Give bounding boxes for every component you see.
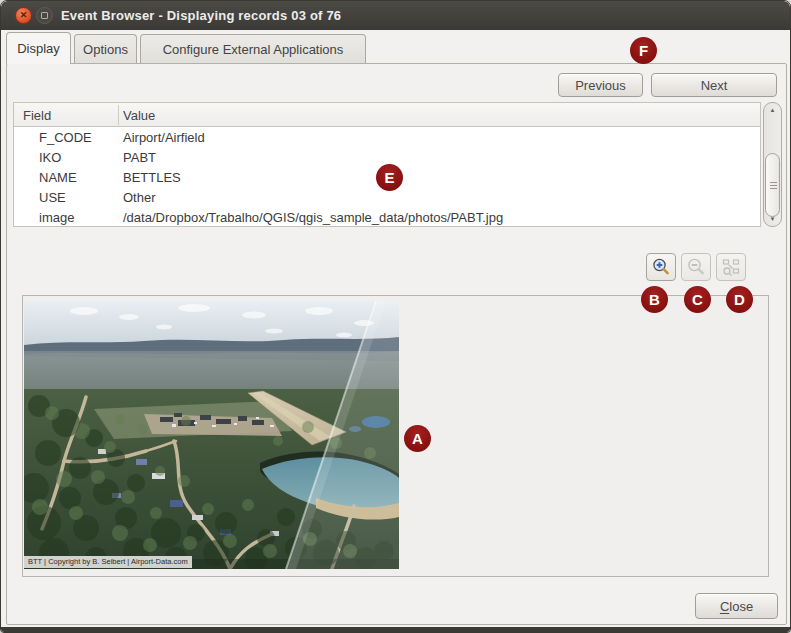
annotation-badge-b: B [641, 286, 668, 313]
zoom-out-icon [686, 257, 706, 277]
window-close-button[interactable]: ✕ [15, 7, 32, 24]
cell-field: image [39, 207, 74, 227]
window-title: Event Browser - Displaying records 03 of… [61, 1, 341, 30]
zoom-to-extent-icon [721, 257, 741, 277]
zoom-in-button[interactable] [646, 253, 676, 281]
column-header-field[interactable]: Field [23, 103, 51, 127]
annotation-badge-d: D [726, 286, 753, 313]
event-browser-window: ✕ Event Browser - Displaying records 03 … [0, 0, 791, 633]
close-label-rest: lose [729, 599, 753, 614]
close-icon: ✕ [20, 11, 28, 20]
maximize-icon [41, 12, 48, 19]
close-label-mnemonic: C [720, 599, 729, 614]
annotation-badge-a: A [404, 425, 431, 452]
zoom-out-button[interactable] [681, 253, 711, 281]
display-tab-page: Previous Next Field Value F_CODE Airport… [6, 63, 787, 625]
cell-value: Airport/Airfield [123, 127, 205, 147]
column-divider[interactable] [118, 105, 119, 125]
cell-field: F_CODE [39, 127, 92, 147]
annotation-badge-e: E [376, 164, 403, 191]
cell-field: IKO [39, 147, 61, 167]
table-header-row: Field Value [14, 103, 760, 127]
scroll-up-icon[interactable]: ▲ [764, 107, 781, 113]
cell-value: PABT [123, 147, 156, 167]
window-maximize-button[interactable] [36, 7, 53, 24]
tab-configure-external-applications[interactable]: Configure External Applications [140, 34, 366, 63]
scrollbar-grip-icon [770, 182, 777, 190]
cell-value: BETTLES [123, 167, 181, 187]
scrollbar-thumb[interactable] [765, 153, 780, 217]
table-row[interactable]: image /data/Dropbox/Trabalho/QGIS/qgis_s… [14, 207, 760, 227]
table-scrollbar[interactable]: ▲ ▼ [763, 102, 782, 227]
cell-field: NAME [39, 167, 77, 187]
aerial-photo-image [24, 301, 399, 569]
tab-display[interactable]: Display [6, 32, 71, 64]
photo-panel: BTT | Copyright by B. Seibert | Airport-… [22, 295, 769, 577]
window-bottom-edge [1, 627, 790, 632]
cell-field: USE [39, 187, 66, 207]
zoom-in-icon [651, 257, 671, 277]
table-row[interactable]: F_CODE Airport/Airfield [14, 127, 760, 147]
zoom-to-extent-button[interactable] [716, 253, 746, 281]
cell-value: Other [123, 187, 156, 207]
annotation-badge-f: F [630, 37, 657, 64]
aerial-photo[interactable]: BTT | Copyright by B. Seibert | Airport-… [24, 301, 399, 569]
column-header-value[interactable]: Value [123, 103, 155, 127]
scroll-down-icon[interactable]: ▼ [764, 216, 781, 222]
previous-button[interactable]: Previous [558, 73, 643, 97]
cell-value: /data/Dropbox/Trabalho/QGIS/qgis_sample_… [123, 207, 503, 227]
titlebar[interactable]: ✕ Event Browser - Displaying records 03 … [1, 1, 790, 30]
photo-caption: BTT | Copyright by B. Seibert | Airport-… [24, 556, 192, 568]
tab-options[interactable]: Options [74, 34, 137, 63]
next-button[interactable]: Next [651, 73, 777, 97]
annotation-badge-c: C [684, 286, 711, 313]
close-button[interactable]: Close [695, 593, 778, 619]
